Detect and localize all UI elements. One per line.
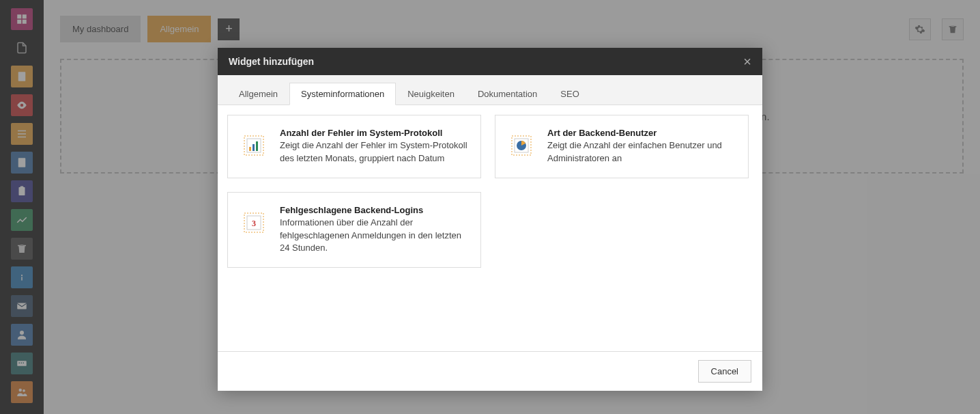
- number-icon: 3: [240, 209, 268, 236]
- widget-title: Fehlgeschlagene Backend-Logins: [280, 205, 468, 215]
- modal-tab-allgemein[interactable]: Allgemein: [227, 83, 289, 105]
- widget-desc: Zeigt die Anzahl der Fehler im System-Pr…: [280, 139, 468, 165]
- modal-body: Anzahl der Fehler im System-Protokoll Ze…: [218, 105, 762, 351]
- widget-title: Anzahl der Fehler im System-Protokoll: [280, 128, 468, 138]
- widget-card-failed-logins[interactable]: 3 Fehlgeschlagene Backend-Logins Informa…: [227, 192, 481, 268]
- svg-rect-26: [249, 147, 251, 151]
- widget-desc: Informationen über die Anzahl der fehlge…: [280, 217, 468, 256]
- pie-chart-icon: [508, 132, 535, 159]
- modal-tab-seo[interactable]: SEO: [549, 83, 590, 105]
- svg-text:3: 3: [252, 219, 256, 228]
- bar-chart-icon: [240, 132, 268, 159]
- modal-tabs: Allgemein Systeminformationen Neuigkeite…: [218, 75, 762, 105]
- modal-close-button[interactable]: ×: [743, 55, 751, 68]
- modal-tab-neuigkeiten[interactable]: Neuigkeiten: [396, 83, 466, 105]
- modal-header: Widget hinzufügen ×: [218, 48, 762, 75]
- widget-title: Art der Backend-Benutzer: [547, 128, 736, 138]
- svg-rect-28: [256, 141, 258, 151]
- modal-tab-systeminformationen[interactable]: Systeminformationen: [289, 83, 396, 105]
- widget-card-backend-users[interactable]: Art der Backend-Benutzer Zeigt die Anzah…: [495, 115, 749, 178]
- modal-footer: Cancel: [218, 351, 762, 391]
- widget-desc: Zeigt die Anzahl der einfachen Benutzer …: [547, 139, 736, 165]
- add-widget-modal: Widget hinzufügen × Allgemein Systeminfo…: [218, 48, 762, 391]
- modal-title: Widget hinzufügen: [229, 56, 314, 67]
- svg-rect-27: [253, 144, 255, 151]
- modal-tab-dokumentation[interactable]: Dokumentation: [466, 83, 549, 105]
- cancel-button[interactable]: Cancel: [698, 360, 751, 383]
- widget-card-system-errors[interactable]: Anzahl der Fehler im System-Protokoll Ze…: [227, 115, 481, 178]
